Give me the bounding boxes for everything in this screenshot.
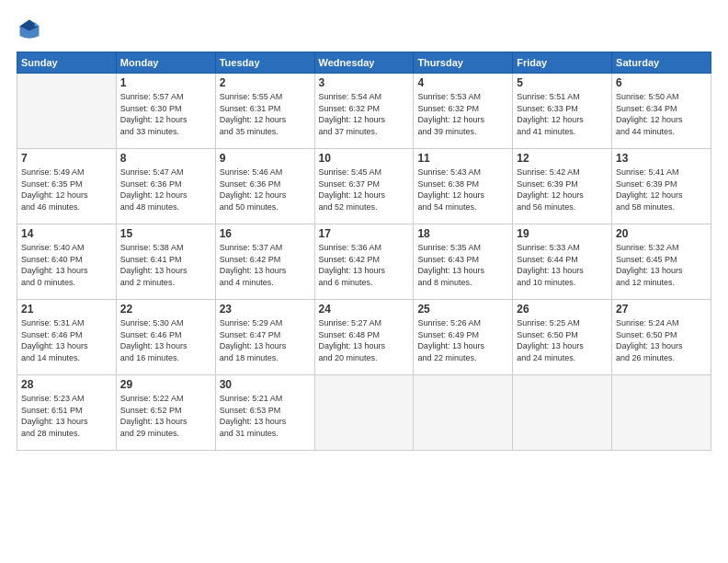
day-info: Sunrise: 5:45 AM Sunset: 6:37 PM Dayligh…: [319, 167, 410, 213]
page: SundayMondayTuesdayWednesdayThursdayFrid…: [0, 0, 728, 563]
day-number: 4: [417, 76, 508, 89]
calendar-cell: 28Sunrise: 5:23 AM Sunset: 6:51 PM Dayli…: [17, 375, 117, 451]
day-number: 26: [517, 303, 608, 316]
day-info: Sunrise: 5:47 AM Sunset: 6:36 PM Dayligh…: [120, 167, 211, 213]
weekday-header: Saturday: [612, 52, 711, 74]
calendar-cell: 8Sunrise: 5:47 AM Sunset: 6:36 PM Daylig…: [116, 149, 215, 224]
day-info: Sunrise: 5:31 AM Sunset: 6:46 PM Dayligh…: [21, 317, 112, 363]
calendar-week-row: 14Sunrise: 5:40 AM Sunset: 6:40 PM Dayli…: [17, 224, 711, 300]
day-number: 14: [21, 227, 112, 240]
day-info: Sunrise: 5:32 AM Sunset: 6:45 PM Dayligh…: [616, 242, 707, 288]
calendar-cell: 30Sunrise: 5:21 AM Sunset: 6:53 PM Dayli…: [215, 375, 314, 451]
calendar-cell: 7Sunrise: 5:49 AM Sunset: 6:35 PM Daylig…: [17, 149, 117, 224]
day-info: Sunrise: 5:55 AM Sunset: 6:31 PM Dayligh…: [220, 91, 311, 137]
day-info: Sunrise: 5:26 AM Sunset: 6:49 PM Dayligh…: [417, 317, 508, 363]
day-number: 20: [616, 227, 707, 240]
day-info: Sunrise: 5:35 AM Sunset: 6:43 PM Dayligh…: [417, 242, 508, 288]
calendar-cell: 11Sunrise: 5:43 AM Sunset: 6:38 PM Dayli…: [414, 149, 513, 224]
day-info: Sunrise: 5:42 AM Sunset: 6:39 PM Dayligh…: [517, 167, 608, 213]
calendar-cell: 12Sunrise: 5:42 AM Sunset: 6:39 PM Dayli…: [513, 149, 612, 224]
svg-marker-0: [35, 22, 40, 27]
day-number: 27: [616, 303, 707, 316]
calendar-cell: 27Sunrise: 5:24 AM Sunset: 6:50 PM Dayli…: [612, 300, 711, 375]
calendar-cell: 25Sunrise: 5:26 AM Sunset: 6:49 PM Dayli…: [414, 300, 513, 375]
calendar-cell: 14Sunrise: 5:40 AM Sunset: 6:40 PM Dayli…: [17, 224, 117, 300]
calendar-cell: 18Sunrise: 5:35 AM Sunset: 6:43 PM Dayli…: [414, 224, 513, 300]
day-number: 17: [319, 227, 410, 240]
day-info: Sunrise: 5:21 AM Sunset: 6:53 PM Dayligh…: [220, 393, 311, 439]
logo: [17, 17, 46, 42]
day-info: Sunrise: 5:49 AM Sunset: 6:35 PM Dayligh…: [21, 167, 112, 213]
day-number: 9: [220, 152, 311, 165]
day-info: Sunrise: 5:43 AM Sunset: 6:38 PM Dayligh…: [417, 167, 508, 213]
day-number: 13: [616, 152, 707, 165]
day-info: Sunrise: 5:27 AM Sunset: 6:48 PM Dayligh…: [319, 317, 410, 363]
weekday-header: Monday: [116, 52, 215, 74]
calendar-cell: 3Sunrise: 5:54 AM Sunset: 6:32 PM Daylig…: [314, 74, 414, 149]
calendar-cell: 10Sunrise: 5:45 AM Sunset: 6:37 PM Dayli…: [314, 149, 414, 224]
day-info: Sunrise: 5:22 AM Sunset: 6:52 PM Dayligh…: [120, 393, 211, 439]
calendar-cell: 24Sunrise: 5:27 AM Sunset: 6:48 PM Dayli…: [314, 300, 414, 375]
calendar-cell: 26Sunrise: 5:25 AM Sunset: 6:50 PM Dayli…: [513, 300, 612, 375]
day-number: 3: [319, 76, 410, 89]
weekday-header: Sunday: [17, 52, 117, 74]
day-info: Sunrise: 5:40 AM Sunset: 6:40 PM Dayligh…: [21, 242, 112, 288]
calendar-cell: 9Sunrise: 5:46 AM Sunset: 6:36 PM Daylig…: [215, 149, 314, 224]
calendar-cell: [612, 375, 711, 451]
weekday-header: Friday: [513, 52, 612, 74]
day-number: 19: [517, 227, 608, 240]
calendar-cell: 6Sunrise: 5:50 AM Sunset: 6:34 PM Daylig…: [612, 74, 711, 149]
day-info: Sunrise: 5:38 AM Sunset: 6:41 PM Dayligh…: [120, 242, 211, 288]
day-info: Sunrise: 5:51 AM Sunset: 6:33 PM Dayligh…: [517, 91, 608, 137]
day-number: 12: [517, 152, 608, 165]
day-info: Sunrise: 5:57 AM Sunset: 6:30 PM Dayligh…: [120, 91, 211, 137]
day-info: Sunrise: 5:54 AM Sunset: 6:32 PM Dayligh…: [319, 91, 410, 137]
day-number: 10: [319, 152, 410, 165]
calendar-cell: [314, 375, 414, 451]
calendar-cell: 21Sunrise: 5:31 AM Sunset: 6:46 PM Dayli…: [17, 300, 117, 375]
day-number: 22: [120, 303, 211, 316]
day-info: Sunrise: 5:50 AM Sunset: 6:34 PM Dayligh…: [616, 91, 707, 137]
calendar-cell: 22Sunrise: 5:30 AM Sunset: 6:46 PM Dayli…: [116, 300, 215, 375]
day-number: 6: [616, 76, 707, 89]
day-number: 29: [120, 378, 211, 391]
day-info: Sunrise: 5:29 AM Sunset: 6:47 PM Dayligh…: [220, 317, 311, 363]
logo-icon: [17, 17, 42, 42]
day-info: Sunrise: 5:37 AM Sunset: 6:42 PM Dayligh…: [220, 242, 311, 288]
weekday-header: Thursday: [414, 52, 513, 74]
day-number: 8: [120, 152, 211, 165]
day-number: 7: [21, 152, 112, 165]
calendar-cell: 2Sunrise: 5:55 AM Sunset: 6:31 PM Daylig…: [215, 74, 314, 149]
day-number: 11: [417, 152, 508, 165]
day-number: 24: [319, 303, 410, 316]
calendar-week-row: 21Sunrise: 5:31 AM Sunset: 6:46 PM Dayli…: [17, 300, 711, 375]
day-info: Sunrise: 5:33 AM Sunset: 6:44 PM Dayligh…: [517, 242, 608, 288]
day-number: 23: [220, 303, 311, 316]
day-info: Sunrise: 5:24 AM Sunset: 6:50 PM Dayligh…: [616, 317, 707, 363]
calendar-cell: [513, 375, 612, 451]
day-info: Sunrise: 5:23 AM Sunset: 6:51 PM Dayligh…: [21, 393, 112, 439]
day-number: 15: [120, 227, 211, 240]
day-number: 16: [220, 227, 311, 240]
day-info: Sunrise: 5:46 AM Sunset: 6:36 PM Dayligh…: [220, 167, 311, 213]
day-info: Sunrise: 5:41 AM Sunset: 6:39 PM Dayligh…: [616, 167, 707, 213]
calendar-cell: [17, 74, 117, 149]
weekday-header: Wednesday: [314, 52, 414, 74]
day-number: 2: [220, 76, 311, 89]
calendar-cell: 13Sunrise: 5:41 AM Sunset: 6:39 PM Dayli…: [612, 149, 711, 224]
day-info: Sunrise: 5:25 AM Sunset: 6:50 PM Dayligh…: [517, 317, 608, 363]
day-info: Sunrise: 5:53 AM Sunset: 6:32 PM Dayligh…: [417, 91, 508, 137]
calendar-cell: 19Sunrise: 5:33 AM Sunset: 6:44 PM Dayli…: [513, 224, 612, 300]
calendar-cell: 1Sunrise: 5:57 AM Sunset: 6:30 PM Daylig…: [116, 74, 215, 149]
day-number: 28: [21, 378, 112, 391]
weekday-header-row: SundayMondayTuesdayWednesdayThursdayFrid…: [17, 52, 711, 74]
calendar-week-row: 28Sunrise: 5:23 AM Sunset: 6:51 PM Dayli…: [17, 375, 711, 451]
calendar-cell: 5Sunrise: 5:51 AM Sunset: 6:33 PM Daylig…: [513, 74, 612, 149]
day-info: Sunrise: 5:30 AM Sunset: 6:46 PM Dayligh…: [120, 317, 211, 363]
calendar-week-row: 1Sunrise: 5:57 AM Sunset: 6:30 PM Daylig…: [17, 74, 711, 149]
header: [17, 17, 711, 42]
day-number: 1: [120, 76, 211, 89]
weekday-header: Tuesday: [215, 52, 314, 74]
calendar-cell: 15Sunrise: 5:38 AM Sunset: 6:41 PM Dayli…: [116, 224, 215, 300]
calendar-cell: [414, 375, 513, 451]
